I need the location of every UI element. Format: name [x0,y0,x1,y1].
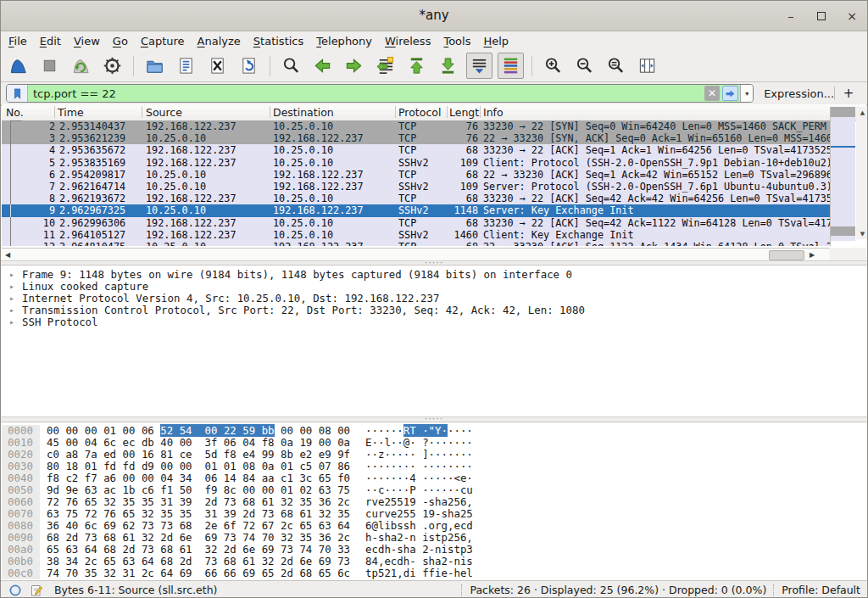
zoom-reset-button[interactable] [603,53,629,79]
column-header-time[interactable]: Time [58,106,84,119]
expander-icon[interactable]: ▸ [9,293,14,305]
hex-row-00c0[interactable]: 00c074 70 35 32 31 2c 64 69 66 66 69 65 … [2,567,866,579]
packet-row-8[interactable]: 82.962193672192.168.122.23710.25.0.10TCP… [2,193,830,204]
hex-bytes[interactable]: 36 40 6c 69 62 73 73 68 2e 6f 72 67 2c 6… [47,520,359,532]
vertical-scrollbar[interactable]: ▲ ▼ [856,107,868,246]
capture-stop-button[interactable] [36,53,63,79]
hex-bytes[interactable]: 9d 9e 63 ac 1b c6 f1 50 f9 8c 00 00 01 0… [47,484,359,496]
expression-button[interactable]: Expression... [764,87,834,100]
column-header-no[interactable]: No. [6,106,24,119]
detail-row[interactable]: ▸Internet Protocol Version 4, Src: 10.25… [2,293,866,305]
hex-row-00b0[interactable]: 00b038 34 2c 65 63 64 68 2d 73 68 61 32 … [2,556,866,567]
title-bar[interactable]: *any – × [1,1,867,31]
expander-icon[interactable]: ▸ [9,281,14,293]
packet-row-3[interactable]: 32.95362123910.25.0.10192.168.122.237TCP… [2,132,830,144]
hex-ascii[interactable]: ······RT ·"Y····· [365,425,473,437]
intelligent-scrollbar-minimap[interactable] [830,107,855,246]
go-bottom-button[interactable] [435,53,461,79]
reload-button[interactable] [236,53,262,79]
packet-row-6[interactable]: 62.95420981710.25.0.10192.168.122.237TCP… [2,169,830,181]
file-open-button[interactable] [142,53,168,79]
maximize-icon[interactable] [815,9,828,23]
packet-row-5[interactable]: 52.953835169192.168.122.23710.25.0.10SSH… [2,157,830,169]
status-profile[interactable]: Profile: Default [782,584,860,596]
splitter-details-bytes[interactable]: ····· [1,416,867,422]
column-separator[interactable] [395,106,396,118]
hex-ascii[interactable]: tp521,di ffie-hel [365,567,473,579]
menu-telephony[interactable]: Telephony [316,35,372,48]
scroll-up-icon[interactable]: ▲ [856,107,868,118]
hex-ascii[interactable]: h-sha2-n istp256, [365,532,473,544]
hex-ascii[interactable]: E··l··@· ?······· [365,437,473,449]
hex-row-0020[interactable]: 0020c0 a8 7a ed 00 16 81 ce 5d f8 e4 99 … [2,449,866,461]
hex-row-0050[interactable]: 00509d 9e 63 ac 1b c6 f1 50 f9 8c 00 00 … [2,484,866,496]
zoom-out-button[interactable] [571,53,598,79]
detail-row[interactable]: ▸SSH Protocol [2,316,866,328]
expander-icon[interactable]: ▸ [9,269,14,281]
menu-capture[interactable]: Capture [141,35,185,48]
filter-history-dropdown-icon[interactable]: ▾ [740,85,753,102]
expander-icon[interactable]: ▸ [9,316,14,328]
go-top-button[interactable] [403,53,430,79]
hex-row-00a0[interactable]: 00a065 63 64 68 2d 73 68 61 32 2d 6e 69 … [2,544,866,556]
filter-clear-icon[interactable]: ✕ [704,86,720,101]
hex-bytes[interactable]: 74 70 35 32 31 2c 64 69 66 66 69 65 2d 6… [47,567,359,579]
packet-row-11[interactable]: 112.964105127192.168.122.23710.25.0.10SS… [2,229,830,241]
hex-bytes[interactable]: 45 00 04 6c ec db 40 00 3f 06 04 f8 0a 1… [47,437,359,449]
hex-ascii[interactable]: ··c····P ······cu [365,484,473,496]
column-header-protocol[interactable]: Protocol [398,106,441,119]
scroll-right-icon[interactable]: ▶ [806,249,818,260]
go-back-button[interactable] [309,53,336,79]
hex-ascii[interactable]: ········ ········ [365,461,473,472]
hex-bytes[interactable]: 65 63 64 68 2d 73 68 61 32 2d 6e 69 73 7… [47,544,359,556]
display-filter-input[interactable]: tcp.port == 22 ✕ ▾ [6,84,754,103]
menu-analyze[interactable]: Analyze [198,35,241,48]
column-header-info[interactable]: Info [483,106,504,119]
horizontal-scrollbar-thumb[interactable] [769,250,804,260]
packet-row-7[interactable]: 72.96216471410.25.0.10192.168.122.237SSH… [2,181,830,193]
hex-ascii[interactable]: curve255 19-sha25 [365,508,473,520]
file-close-button[interactable] [204,53,231,79]
menu-go[interactable]: Go [113,35,128,48]
column-header-source[interactable]: Source [146,106,182,119]
go-to-packet-button[interactable] [372,53,398,79]
hex-bytes[interactable]: 80 18 01 fd fd d9 00 00 01 01 08 0a 01 c… [47,461,359,472]
hex-row-0070[interactable]: 007063 75 72 76 65 32 35 35 31 39 2d 73 … [2,508,866,520]
filter-apply-icon[interactable] [722,86,738,101]
packet-row-10[interactable]: 102.962996306192.168.122.23710.25.0.10TC… [2,217,830,229]
auto-scroll-button[interactable] [466,53,492,79]
menu-statistics[interactable]: Statistics [253,35,303,48]
hex-ascii[interactable]: rve25519 -sha256, [365,496,473,508]
menu-file[interactable]: File [8,35,27,48]
hex-ascii[interactable]: ·······4 ·····<e· [365,472,473,484]
hex-row-0080[interactable]: 008036 40 6c 69 62 73 73 68 2e 6f 72 67 … [2,520,866,532]
colorize-button[interactable] [498,53,524,79]
expert-info-icon[interactable] [8,583,22,597]
packet-row-9[interactable]: 92.96296732510.25.0.10192.168.122.237SSH… [2,204,830,216]
hex-bytes[interactable]: c0 a8 7a ed 00 16 81 ce 5d f8 e4 99 8b e… [47,449,359,461]
packet-row-2[interactable]: 22.953140437192.168.122.23710.25.0.10TCP… [2,120,830,132]
packet-row-12[interactable]: 122.96481047510.25.0.10192.168.122.237TC… [2,241,830,246]
resize-columns-button[interactable] [634,53,660,79]
detail-row[interactable]: ▸Transmission Control Protocol, Src Port… [2,305,866,316]
expander-icon[interactable]: ▸ [9,305,14,316]
menu-view[interactable]: View [74,35,100,48]
column-separator[interactable] [270,106,270,118]
hex-ascii[interactable]: 6@libssh .org,ecd [365,520,473,532]
menu-edit[interactable]: Edit [40,35,61,48]
hex-bytes[interactable]: 00 00 00 01 00 06 52 54 00 22 59 bb 00 0… [47,425,359,437]
zoom-in-button[interactable] [540,53,566,79]
hex-row-0000[interactable]: 000000 00 00 01 00 06 52 54 00 22 59 bb … [2,425,866,437]
column-header-length[interactable]: Length [449,106,481,119]
hex-row-0010[interactable]: 001045 00 04 6c ec db 40 00 3f 06 04 f8 … [2,437,866,449]
hex-bytes[interactable]: 63 75 72 76 65 32 35 35 31 39 2d 73 68 6… [47,508,359,520]
capture-comment-icon[interactable] [29,583,43,597]
capture-restart-button[interactable] [68,53,94,79]
column-separator[interactable] [447,106,448,118]
hex-row-0040[interactable]: 0040f8 c2 f7 a6 00 00 04 34 06 14 84 aa … [2,472,866,484]
minimize-icon[interactable]: – [784,9,798,23]
column-separator[interactable] [54,106,55,118]
hex-row-0090[interactable]: 009068 2d 73 68 61 32 2d 6e 69 73 74 70 … [2,532,866,544]
menu-help[interactable]: Help [483,35,509,48]
hex-bytes[interactable]: 68 2d 73 68 61 32 2d 6e 69 73 74 70 32 3… [47,532,359,544]
